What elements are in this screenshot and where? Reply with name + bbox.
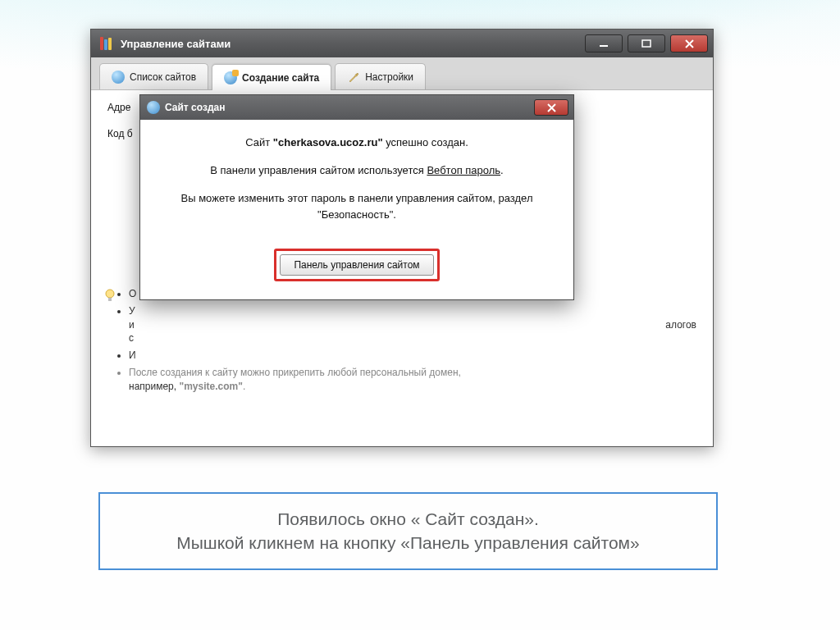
bulb-icon	[104, 289, 116, 304]
dialog-line-1: Сайт "cherkasova.ucoz.ru" успешно создан…	[160, 135, 554, 151]
tab-bar: Список сайтов Создание сайта Настройки	[91, 57, 713, 90]
dialog-close-button[interactable]	[534, 99, 568, 116]
maximize-button[interactable]	[628, 34, 665, 52]
tab-site-list[interactable]: Список сайтов	[99, 63, 208, 89]
dialog-title: Сайт создан	[165, 102, 225, 113]
dialog-line-3: Вы можете изменить этот пароль в панели …	[160, 190, 554, 223]
svg-rect-1	[642, 40, 651, 47]
list-item: После создания к сайту можно прикрепить …	[129, 366, 696, 394]
window-title: Управление сайтами	[121, 38, 585, 50]
svg-point-2	[106, 290, 114, 298]
webtop-password-link[interactable]: Вебтоп пароль	[427, 164, 500, 176]
highlight-box: Панель управления сайтом	[274, 249, 439, 281]
tab-settings[interactable]: Настройки	[335, 63, 426, 89]
dialog-line-2: В панели управления сайтом используется …	[160, 162, 554, 179]
caption-line-2: Мышкой кликнем на кнопку «Панель управле…	[115, 531, 701, 555]
close-button[interactable]	[670, 34, 708, 52]
list-item: У и алогов с	[129, 304, 696, 345]
control-panel-button[interactable]: Панель управления сайтом	[280, 254, 433, 276]
globe-icon	[112, 71, 125, 84]
instruction-caption: Появилось окно « Сайт создан». Мышкой кл…	[98, 492, 718, 570]
globe-icon	[147, 101, 160, 114]
dialog-site-created: Сайт создан Сайт "cherkasova.ucoz.ru" ус…	[139, 94, 574, 300]
globe-plus-icon	[224, 71, 237, 84]
tab-label: Создание сайта	[242, 72, 319, 84]
window-controls	[585, 34, 708, 52]
list-item: И	[129, 349, 696, 363]
svg-rect-0	[600, 45, 608, 47]
caption-line-1: Появилось окно « Сайт создан».	[115, 507, 701, 531]
dialog-body: Сайт "cherkasova.ucoz.ru" успешно создан…	[140, 120, 573, 299]
minimize-button[interactable]	[585, 34, 623, 52]
window-titlebar[interactable]: Управление сайтами	[91, 30, 713, 57]
tab-create-site[interactable]: Создание сайта	[212, 64, 331, 90]
app-icon	[99, 36, 114, 51]
hints-block: О У и алогов с И После создания к сайту …	[107, 287, 696, 397]
wrench-icon	[347, 71, 360, 84]
screenshot-stage: Управление сайтами Список сайтов	[90, 29, 714, 447]
svg-rect-3	[108, 298, 112, 301]
dialog-titlebar[interactable]: Сайт создан	[140, 95, 573, 120]
tab-label: Настройки	[365, 71, 413, 83]
tab-label: Список сайтов	[130, 71, 196, 83]
